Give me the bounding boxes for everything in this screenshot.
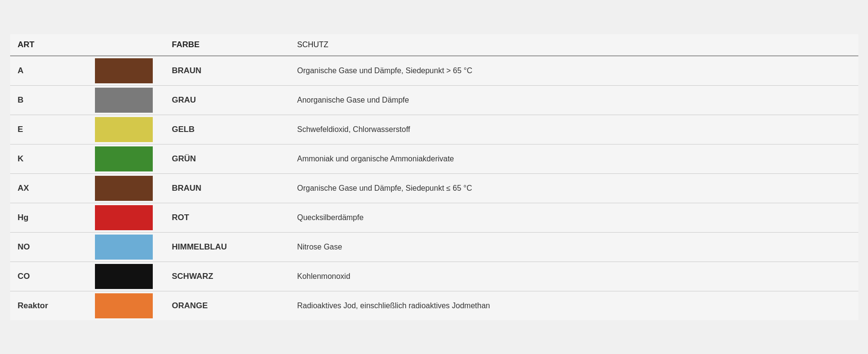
cell-schutz: Schwefeldioxid, Chlorwasserstoff (290, 115, 858, 144)
cell-schutz: Quecksilberdämpfe (290, 203, 858, 232)
cell-art: Hg (10, 203, 87, 232)
cell-art: CO (10, 262, 87, 291)
table-row: ABRAUNOrganische Gase und Dämpfe, Siedep… (10, 56, 858, 86)
cell-farbe: BRAUN (164, 173, 290, 203)
cell-art: AX (10, 173, 87, 203)
color-swatch (95, 146, 153, 171)
cell-schutz: Kohlenmonoxid (290, 262, 858, 291)
cell-color-box (87, 262, 164, 291)
table-row: AXBRAUNOrganische Gase und Dämpfe, Siede… (10, 173, 858, 203)
color-swatch (95, 205, 153, 230)
color-swatch (95, 235, 153, 260)
header-schutz: SCHUTZ (290, 34, 858, 56)
main-table-container: ART FARBE SCHUTZ ABRAUNOrganische Gase u… (10, 34, 858, 320)
table-row: KGRÜNAmmoniak und organische Ammoniakder… (10, 144, 858, 173)
cell-art: NO (10, 232, 87, 262)
cell-color-box (87, 173, 164, 203)
cell-art: Reaktor (10, 291, 87, 320)
cell-schutz: Anorganische Gase und Dämpfe (290, 85, 858, 115)
cell-farbe: GELB (164, 115, 290, 144)
cell-color-box (87, 85, 164, 115)
cell-color-box (87, 203, 164, 232)
cell-art: E (10, 115, 87, 144)
header-farbe: FARBE (164, 34, 290, 56)
cell-schutz: Ammoniak und organische Ammoniakderivate (290, 144, 858, 173)
cell-farbe: GRÜN (164, 144, 290, 173)
cell-art: A (10, 56, 87, 86)
cell-farbe: ORANGE (164, 291, 290, 320)
header-color-space (87, 34, 164, 56)
cell-schutz: Organische Gase und Dämpfe, Siedepunkt >… (290, 56, 858, 86)
cell-farbe: HIMMELBLAU (164, 232, 290, 262)
table-row: HgROTQuecksilberdämpfe (10, 203, 858, 232)
cell-color-box (87, 115, 164, 144)
cell-farbe: SCHWARZ (164, 262, 290, 291)
color-swatch (95, 264, 153, 289)
color-swatch (95, 293, 153, 318)
color-swatch (95, 88, 153, 113)
cell-color-box (87, 291, 164, 320)
color-swatch (95, 117, 153, 142)
color-swatch (95, 58, 153, 83)
table-body: ABRAUNOrganische Gase und Dämpfe, Siedep… (10, 56, 858, 320)
cell-farbe: BRAUN (164, 56, 290, 86)
table-header-row: ART FARBE SCHUTZ (10, 34, 858, 56)
cell-art: B (10, 85, 87, 115)
table-row: EGELBSchwefeldioxid, Chlorwasserstoff (10, 115, 858, 144)
cell-schutz: Organische Gase und Dämpfe, Siedepunkt ≤… (290, 173, 858, 203)
filter-table: ART FARBE SCHUTZ ABRAUNOrganische Gase u… (10, 34, 858, 320)
cell-color-box (87, 56, 164, 86)
cell-art: K (10, 144, 87, 173)
table-row: BGRAUAnorganische Gase und Dämpfe (10, 85, 858, 115)
table-row: ReaktorORANGERadioaktives Jod, einschlie… (10, 291, 858, 320)
cell-farbe: GRAU (164, 85, 290, 115)
header-art: ART (10, 34, 87, 56)
color-swatch (95, 176, 153, 201)
cell-farbe: ROT (164, 203, 290, 232)
cell-schutz: Nitrose Gase (290, 232, 858, 262)
cell-color-box (87, 144, 164, 173)
table-row: COSCHWARZKohlenmonoxid (10, 262, 858, 291)
cell-schutz: Radioaktives Jod, einschließlich radioak… (290, 291, 858, 320)
table-row: NOHIMMELBLAUNitrose Gase (10, 232, 858, 262)
cell-color-box (87, 232, 164, 262)
